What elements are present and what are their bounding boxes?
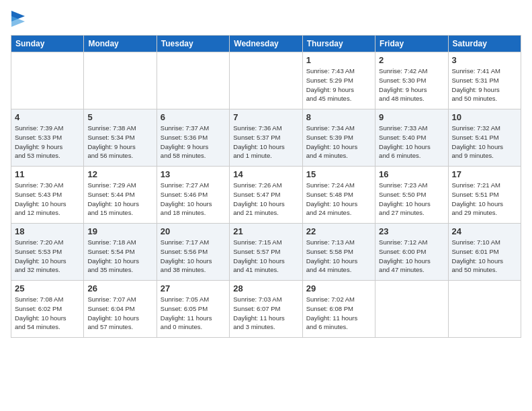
cell-info: Sunrise: 7:02 AM Sunset: 6:08 PM Dayligh… bbox=[306, 295, 371, 332]
day-number: 6 bbox=[161, 112, 226, 122]
day-number: 26 bbox=[87, 283, 152, 293]
day-number: 25 bbox=[15, 283, 80, 293]
cell-info: Sunrise: 7:33 AM Sunset: 5:40 PM Dayligh… bbox=[379, 124, 444, 161]
day-number: 15 bbox=[306, 169, 371, 179]
calendar-cell: 18Sunrise: 7:20 AM Sunset: 5:53 PM Dayli… bbox=[11, 224, 84, 281]
day-number: 2 bbox=[379, 55, 444, 65]
calendar-header-row: SundayMondayTuesdayWednesdayThursdayFrid… bbox=[11, 36, 521, 52]
day-number: 17 bbox=[452, 169, 517, 179]
calendar-cell: 25Sunrise: 7:08 AM Sunset: 6:02 PM Dayli… bbox=[11, 281, 84, 338]
calendar-cell: 15Sunrise: 7:24 AM Sunset: 5:48 PM Dayli… bbox=[302, 167, 375, 224]
day-header-sunday: Sunday bbox=[11, 36, 84, 52]
cell-info: Sunrise: 7:39 AM Sunset: 5:33 PM Dayligh… bbox=[15, 124, 80, 161]
cell-info: Sunrise: 7:12 AM Sunset: 6:00 PM Dayligh… bbox=[379, 238, 444, 275]
cell-info: Sunrise: 7:23 AM Sunset: 5:50 PM Dayligh… bbox=[379, 181, 444, 218]
calendar-cell: 21Sunrise: 7:15 AM Sunset: 5:57 PM Dayli… bbox=[230, 224, 302, 281]
cell-info: Sunrise: 7:38 AM Sunset: 5:34 PM Dayligh… bbox=[87, 124, 152, 161]
calendar-cell: 20Sunrise: 7:17 AM Sunset: 5:56 PM Dayli… bbox=[157, 224, 229, 281]
calendar-cell: 6Sunrise: 7:37 AM Sunset: 5:36 PM Daylig… bbox=[157, 109, 229, 167]
calendar-cell: 7Sunrise: 7:36 AM Sunset: 5:37 PM Daylig… bbox=[230, 109, 302, 167]
cell-info: Sunrise: 7:20 AM Sunset: 5:53 PM Dayligh… bbox=[15, 238, 80, 275]
calendar-cell: 28Sunrise: 7:03 AM Sunset: 6:07 PM Dayli… bbox=[230, 281, 302, 338]
calendar-cell: 9Sunrise: 7:33 AM Sunset: 5:40 PM Daylig… bbox=[375, 109, 448, 167]
calendar-table: SundayMondayTuesdayWednesdayThursdayFrid… bbox=[11, 35, 521, 338]
calendar-cell bbox=[448, 281, 521, 338]
cell-info: Sunrise: 7:43 AM Sunset: 5:29 PM Dayligh… bbox=[306, 66, 371, 103]
day-number: 29 bbox=[306, 283, 371, 293]
calendar-cell: 24Sunrise: 7:10 AM Sunset: 6:01 PM Dayli… bbox=[448, 224, 521, 281]
calendar-cell: 3Sunrise: 7:41 AM Sunset: 5:31 PM Daylig… bbox=[448, 52, 521, 109]
day-number: 13 bbox=[161, 169, 226, 179]
calendar-cell bbox=[11, 52, 84, 109]
cell-info: Sunrise: 7:42 AM Sunset: 5:30 PM Dayligh… bbox=[379, 66, 444, 103]
day-number: 19 bbox=[87, 226, 152, 236]
cell-info: Sunrise: 7:41 AM Sunset: 5:31 PM Dayligh… bbox=[452, 66, 517, 103]
cell-info: Sunrise: 7:08 AM Sunset: 6:02 PM Dayligh… bbox=[15, 295, 80, 332]
calendar-week-1: 1Sunrise: 7:43 AM Sunset: 5:29 PM Daylig… bbox=[11, 52, 521, 109]
calendar-cell: 12Sunrise: 7:29 AM Sunset: 5:44 PM Dayli… bbox=[84, 167, 157, 224]
calendar-week-4: 18Sunrise: 7:20 AM Sunset: 5:53 PM Dayli… bbox=[11, 224, 521, 281]
calendar-week-5: 25Sunrise: 7:08 AM Sunset: 6:02 PM Dayli… bbox=[11, 281, 521, 338]
day-number: 3 bbox=[452, 55, 517, 65]
day-number: 8 bbox=[306, 112, 371, 122]
cell-info: Sunrise: 7:15 AM Sunset: 5:57 PM Dayligh… bbox=[233, 238, 298, 275]
day-header-thursday: Thursday bbox=[302, 36, 375, 52]
day-number: 1 bbox=[306, 55, 371, 65]
cell-info: Sunrise: 7:32 AM Sunset: 5:41 PM Dayligh… bbox=[452, 124, 517, 161]
cell-info: Sunrise: 7:24 AM Sunset: 5:48 PM Dayligh… bbox=[306, 181, 371, 218]
cell-info: Sunrise: 7:30 AM Sunset: 5:43 PM Dayligh… bbox=[15, 181, 80, 218]
day-number: 16 bbox=[379, 169, 444, 179]
logo bbox=[11, 11, 26, 27]
calendar-cell bbox=[84, 52, 157, 109]
cell-info: Sunrise: 7:26 AM Sunset: 5:47 PM Dayligh… bbox=[233, 181, 298, 218]
calendar-cell: 13Sunrise: 7:27 AM Sunset: 5:46 PM Dayli… bbox=[157, 167, 229, 224]
calendar-cell: 1Sunrise: 7:43 AM Sunset: 5:29 PM Daylig… bbox=[302, 52, 375, 109]
calendar-cell: 19Sunrise: 7:18 AM Sunset: 5:54 PM Dayli… bbox=[84, 224, 157, 281]
calendar-cell: 2Sunrise: 7:42 AM Sunset: 5:30 PM Daylig… bbox=[375, 52, 448, 109]
day-number: 7 bbox=[233, 112, 298, 122]
calendar-cell: 8Sunrise: 7:34 AM Sunset: 5:39 PM Daylig… bbox=[302, 109, 375, 167]
calendar-cell: 23Sunrise: 7:12 AM Sunset: 6:00 PM Dayli… bbox=[375, 224, 448, 281]
day-number: 18 bbox=[15, 226, 80, 236]
cell-info: Sunrise: 7:37 AM Sunset: 5:36 PM Dayligh… bbox=[161, 124, 226, 161]
day-number: 23 bbox=[379, 226, 444, 236]
calendar-cell bbox=[375, 281, 448, 338]
day-header-tuesday: Tuesday bbox=[157, 36, 229, 52]
calendar-cell: 27Sunrise: 7:05 AM Sunset: 6:05 PM Dayli… bbox=[157, 281, 229, 338]
day-header-wednesday: Wednesday bbox=[230, 36, 302, 52]
calendar-cell: 10Sunrise: 7:32 AM Sunset: 5:41 PM Dayli… bbox=[448, 109, 521, 167]
calendar-cell bbox=[230, 52, 302, 109]
cell-info: Sunrise: 7:36 AM Sunset: 5:37 PM Dayligh… bbox=[233, 124, 298, 161]
day-number: 22 bbox=[306, 226, 371, 236]
day-number: 28 bbox=[233, 283, 298, 293]
calendar-cell: 29Sunrise: 7:02 AM Sunset: 6:08 PM Dayli… bbox=[302, 281, 375, 338]
day-number: 4 bbox=[15, 112, 80, 122]
calendar-body: 1Sunrise: 7:43 AM Sunset: 5:29 PM Daylig… bbox=[11, 52, 521, 338]
calendar-cell: 11Sunrise: 7:30 AM Sunset: 5:43 PM Dayli… bbox=[11, 167, 84, 224]
calendar-cell: 16Sunrise: 7:23 AM Sunset: 5:50 PM Dayli… bbox=[375, 167, 448, 224]
cell-info: Sunrise: 7:13 AM Sunset: 5:58 PM Dayligh… bbox=[306, 238, 371, 275]
day-number: 20 bbox=[161, 226, 226, 236]
cell-info: Sunrise: 7:17 AM Sunset: 5:56 PM Dayligh… bbox=[161, 238, 226, 275]
calendar-cell bbox=[157, 52, 229, 109]
day-header-monday: Monday bbox=[84, 36, 157, 52]
day-number: 12 bbox=[87, 169, 152, 179]
calendar-cell: 4Sunrise: 7:39 AM Sunset: 5:33 PM Daylig… bbox=[11, 109, 84, 167]
logo-icon bbox=[11, 11, 25, 27]
day-number: 11 bbox=[15, 169, 80, 179]
day-number: 24 bbox=[452, 226, 517, 236]
day-number: 27 bbox=[161, 283, 226, 293]
day-number: 14 bbox=[233, 169, 298, 179]
calendar-week-2: 4Sunrise: 7:39 AM Sunset: 5:33 PM Daylig… bbox=[11, 109, 521, 167]
calendar-cell: 26Sunrise: 7:07 AM Sunset: 6:04 PM Dayli… bbox=[84, 281, 157, 338]
cell-info: Sunrise: 7:27 AM Sunset: 5:46 PM Dayligh… bbox=[161, 181, 226, 218]
calendar-cell: 17Sunrise: 7:21 AM Sunset: 5:51 PM Dayli… bbox=[448, 167, 521, 224]
cell-info: Sunrise: 7:21 AM Sunset: 5:51 PM Dayligh… bbox=[452, 181, 517, 218]
calendar-week-3: 11Sunrise: 7:30 AM Sunset: 5:43 PM Dayli… bbox=[11, 167, 521, 224]
cell-info: Sunrise: 7:18 AM Sunset: 5:54 PM Dayligh… bbox=[87, 238, 152, 275]
calendar-cell: 14Sunrise: 7:26 AM Sunset: 5:47 PM Dayli… bbox=[230, 167, 302, 224]
day-number: 5 bbox=[87, 112, 152, 122]
day-number: 10 bbox=[452, 112, 517, 122]
day-number: 9 bbox=[379, 112, 444, 122]
cell-info: Sunrise: 7:05 AM Sunset: 6:05 PM Dayligh… bbox=[161, 295, 226, 332]
